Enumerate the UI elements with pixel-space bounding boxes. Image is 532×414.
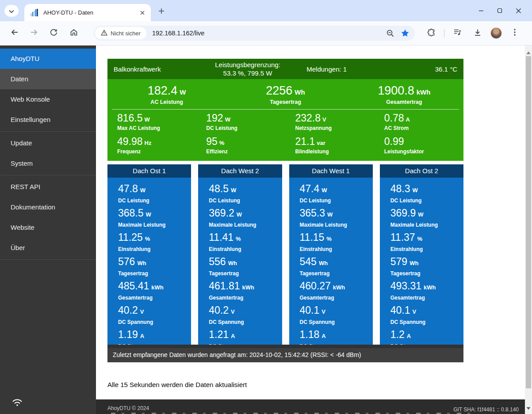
metric-value: 1.21 — [209, 329, 229, 340]
metric-value-line: 461.81kWh — [209, 280, 279, 293]
metric-label: Einstrahlung — [300, 246, 370, 252]
metric-unit: % — [417, 235, 423, 242]
sidebar-item-daten[interactable]: Daten — [0, 69, 96, 89]
channel-metric: 11.37% Einstrahlung — [390, 232, 461, 252]
metric-label: Gesamtertrag — [118, 295, 188, 301]
bookmark-star-icon[interactable] — [401, 29, 410, 38]
sidebar-item-rest-api[interactable]: REST API — [0, 177, 96, 197]
window-maximize-button[interactable] — [490, 4, 509, 18]
browser-menu-button[interactable] — [507, 26, 522, 41]
sidebar-item-website[interactable]: Website — [0, 217, 96, 238]
metric-unit: V — [413, 308, 417, 315]
metric-value: 2256 — [266, 84, 292, 97]
channel-body: 48.5W DC Leistung 369.2W Maximale Leistu… — [198, 178, 282, 357]
metric-unit: V — [322, 116, 326, 123]
window-close-button[interactable] — [509, 4, 528, 18]
metric-value: 47.8 — [118, 183, 138, 194]
metric-unit: W — [146, 211, 151, 218]
media-controls-button[interactable] — [450, 26, 465, 41]
metric-value-line: 11.15% — [300, 232, 370, 245]
overview-primary-metric: 2256Wh Tagesertrag — [226, 84, 344, 106]
forward-button[interactable] — [27, 26, 42, 41]
three-dot-menu-icon — [514, 29, 516, 38]
metric-value-line: 40.1V — [300, 304, 370, 318]
address-bar[interactable]: Nicht sicher 192.168.1.162/live — [94, 26, 415, 41]
metric-value: 11.15 — [300, 232, 325, 243]
metric-value: 816.5 — [117, 112, 143, 124]
metric-value-line: 182.4W — [107, 84, 226, 98]
metric-label: DC Spannung — [390, 319, 461, 325]
extensions-button[interactable] — [424, 26, 439, 41]
profile-avatar[interactable] — [490, 27, 502, 39]
metric-value: 0.78 — [384, 112, 404, 124]
home-button[interactable] — [66, 26, 81, 41]
metric-unit: W — [180, 88, 186, 96]
channel-title: Dach Ost 1 — [107, 164, 191, 178]
metric-unit: W — [145, 116, 150, 123]
toolbar-separator — [444, 29, 444, 38]
sidebar-item-ueber[interactable]: Über — [0, 238, 96, 258]
warning-triangle-icon — [101, 30, 107, 37]
reload-button[interactable] — [46, 26, 61, 41]
metric-value-line: 816.5W — [117, 112, 196, 124]
downloads-button[interactable] — [470, 26, 485, 41]
metric-value-line: 369.2W — [209, 207, 279, 220]
metric-value: 365.3 — [300, 207, 325, 219]
metric-label: Frequenz — [117, 148, 196, 155]
channel-metric: 48.3W DC Leistung — [390, 183, 461, 204]
url-text[interactable]: 192.168.1.162/live — [152, 30, 380, 37]
window-minimize-button[interactable] — [472, 4, 490, 18]
channel-panel: Dach West 2 48.5W DC Leistung 369.2W Max… — [198, 164, 282, 357]
metric-value: 0.99 — [384, 136, 404, 147]
scrollbar-up-arrow[interactable] — [526, 48, 531, 56]
browser-tab[interactable]: AHOY-DTU - Daten — [24, 4, 151, 21]
main-content: Balkonkraftwerk Leistungsbegrenzung: 53.… — [96, 46, 532, 414]
zoom-out-icon[interactable] — [386, 29, 394, 38]
channel-panel: Dach Ost 1 47.8W DC Leistung 368.5W Maxi… — [107, 164, 191, 357]
channel-panels: Dach Ost 1 47.8W DC Leistung 368.5W Maxi… — [107, 164, 463, 357]
scrollbar-down-arrow[interactable] — [526, 404, 531, 412]
metric-value-line: 493.31kWh — [390, 280, 461, 293]
tab-close-icon[interactable] — [138, 9, 146, 17]
channel-metric: 485.41kWh Gesamtertrag — [118, 280, 188, 301]
overview-header: Balkonkraftwerk Leistungsbegrenzung: 53.… — [107, 59, 463, 79]
tab-search-button[interactable] — [4, 5, 19, 17]
sidebar-item-update[interactable]: Update — [0, 133, 96, 153]
toolbar-right-icons — [424, 26, 522, 41]
metric-unit: Wh — [319, 260, 328, 266]
sidebar-brand[interactable]: AhoyDTU — [0, 49, 96, 69]
metric-label: Gesamtertrag — [300, 295, 370, 301]
sidebar-item-einstellungen[interactable]: Einstellungen — [0, 110, 96, 130]
metric-value: 576 — [118, 256, 135, 267]
sidebar-divider — [0, 259, 96, 260]
metric-unit: W — [418, 211, 423, 218]
download-icon — [473, 28, 482, 38]
messages-count[interactable]: Meldungen: 1 — [292, 65, 361, 73]
channel-metric: 369.9W Maximale Leistung — [390, 207, 461, 228]
sidebar-item-dokumentation[interactable]: Dokumentation — [0, 197, 96, 217]
metric-value: 461.81 — [209, 280, 240, 292]
ahoydtu-favicon — [31, 9, 39, 16]
security-label: Nicht sicher — [111, 30, 141, 37]
sidebar-item-system[interactable]: System — [0, 153, 96, 174]
metric-value: 369.9 — [390, 207, 416, 219]
metric-label: AC Leistung — [107, 99, 226, 106]
metric-value-line: 40.1V — [390, 304, 461, 318]
metric-label: Netzspannung — [295, 125, 375, 131]
sidebar-item-web-konsole[interactable]: Web Konsole — [0, 89, 96, 110]
last-data-text: Zuletzt empfangene Daten wurden angefrag… — [113, 351, 361, 358]
metric-label: DC Spannung — [300, 319, 370, 325]
metric-unit: kWh — [242, 284, 254, 291]
back-button[interactable] — [7, 26, 22, 41]
page-scrollbar[interactable] — [525, 46, 532, 414]
metric-value-line: 49.98Hz — [117, 136, 196, 148]
metric-value-line: 369.9W — [390, 207, 461, 220]
wifi-icon — [11, 397, 24, 409]
channel-metric: 11.41% Einstrahlung — [209, 232, 279, 252]
power-limit-value: 53.3 %, 799.5 W — [203, 69, 292, 77]
site-security-chip[interactable]: Nicht sicher — [95, 27, 146, 39]
metric-unit: W — [237, 211, 242, 218]
scrollbar-thumb[interactable] — [526, 56, 531, 388]
new-tab-button[interactable] — [156, 6, 167, 16]
metric-value: 47.4 — [300, 183, 320, 194]
